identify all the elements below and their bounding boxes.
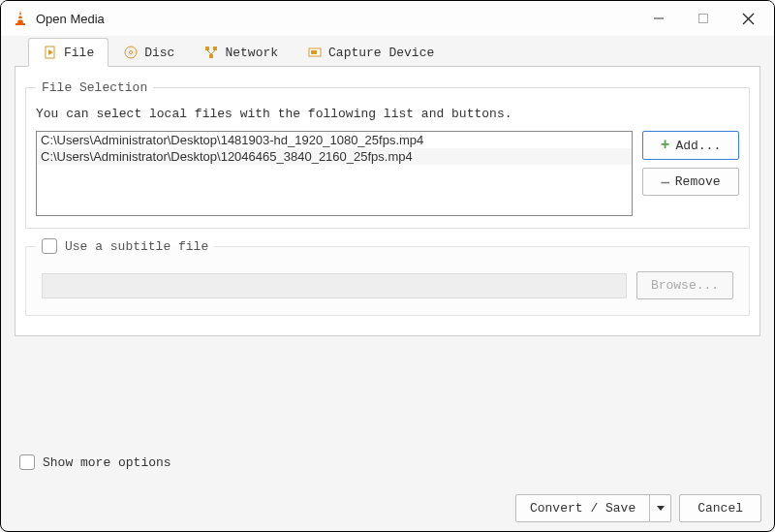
add-button-label: Add... bbox=[675, 139, 721, 153]
svg-rect-13 bbox=[213, 47, 217, 50]
close-button[interactable] bbox=[726, 3, 770, 34]
show-more-row: Show more options bbox=[19, 454, 171, 470]
subtitle-label: Use a subtitle file bbox=[65, 239, 208, 254]
tab-disc-label: Disc bbox=[144, 46, 174, 60]
browse-button-label: Browse... bbox=[651, 278, 719, 293]
subtitle-path-input bbox=[42, 273, 627, 298]
tab-capture[interactable]: Capture Device bbox=[293, 38, 449, 67]
svg-rect-5 bbox=[699, 15, 708, 23]
svg-rect-1 bbox=[18, 15, 22, 16]
browse-button: Browse... bbox=[636, 271, 733, 299]
tab-network[interactable]: Network bbox=[189, 38, 293, 67]
capture-icon bbox=[307, 45, 323, 60]
show-more-label: Show more options bbox=[43, 455, 171, 470]
cancel-button[interactable]: Cancel bbox=[679, 494, 761, 522]
file-list[interactable]: C:\Users\Administrator\Desktop\1481903-h… bbox=[36, 131, 633, 216]
convert-save-label: Convert / Save bbox=[530, 501, 636, 516]
dialog-footer: Convert / Save Cancel bbox=[515, 494, 761, 522]
svg-marker-19 bbox=[657, 506, 665, 511]
chevron-down-icon bbox=[657, 506, 665, 511]
remove-button-label: Remove bbox=[675, 174, 721, 189]
cancel-label: Cancel bbox=[698, 501, 743, 516]
tab-capture-label: Capture Device bbox=[328, 46, 434, 60]
subtitle-group: Use a subtitle file Browse... bbox=[25, 238, 750, 316]
tabs: File Disc Network Capture Device bbox=[28, 38, 760, 67]
add-button[interactable]: + Add... bbox=[642, 131, 739, 160]
subtitle-checkbox[interactable] bbox=[42, 238, 57, 254]
minimize-button[interactable] bbox=[636, 3, 681, 34]
tab-file-label: File bbox=[64, 46, 94, 60]
svg-rect-3 bbox=[16, 23, 25, 25]
tab-file[interactable]: File bbox=[28, 38, 108, 67]
maximize-button[interactable] bbox=[681, 3, 726, 34]
convert-save-button[interactable]: Convert / Save bbox=[515, 494, 650, 522]
svg-line-15 bbox=[207, 50, 211, 54]
remove-button[interactable]: — Remove bbox=[642, 168, 739, 196]
titlebar: Open Media bbox=[1, 1, 774, 36]
svg-rect-18 bbox=[311, 50, 317, 54]
svg-rect-2 bbox=[17, 18, 23, 20]
svg-line-16 bbox=[211, 50, 215, 54]
svg-marker-0 bbox=[17, 11, 23, 23]
tab-disc[interactable]: Disc bbox=[108, 38, 189, 67]
show-more-checkbox[interactable] bbox=[19, 454, 35, 470]
disc-icon bbox=[123, 45, 139, 60]
file-selection-group: File Selection You can select local file… bbox=[25, 80, 750, 229]
file-panel: File Selection You can select local file… bbox=[15, 66, 760, 336]
convert-split-button: Convert / Save bbox=[515, 494, 671, 522]
list-item[interactable]: C:\Users\Administrator\Desktop\12046465_… bbox=[37, 148, 632, 165]
minus-icon: — bbox=[661, 175, 668, 189]
window-controls bbox=[636, 3, 770, 34]
convert-dropdown-button[interactable] bbox=[650, 494, 671, 522]
list-item[interactable]: C:\Users\Administrator\Desktop\1481903-h… bbox=[37, 132, 632, 148]
svg-rect-14 bbox=[209, 54, 213, 58]
vlc-cone-icon bbox=[13, 11, 28, 26]
plus-icon: + bbox=[661, 138, 670, 153]
svg-rect-12 bbox=[205, 47, 209, 50]
network-icon bbox=[203, 45, 219, 60]
file-selection-legend: File Selection bbox=[36, 80, 153, 95]
svg-point-11 bbox=[130, 51, 133, 54]
file-icon bbox=[43, 45, 58, 60]
file-selection-description: You can select local files with the foll… bbox=[36, 107, 739, 121]
window-title: Open Media bbox=[36, 12, 636, 26]
tab-network-label: Network bbox=[225, 46, 278, 60]
